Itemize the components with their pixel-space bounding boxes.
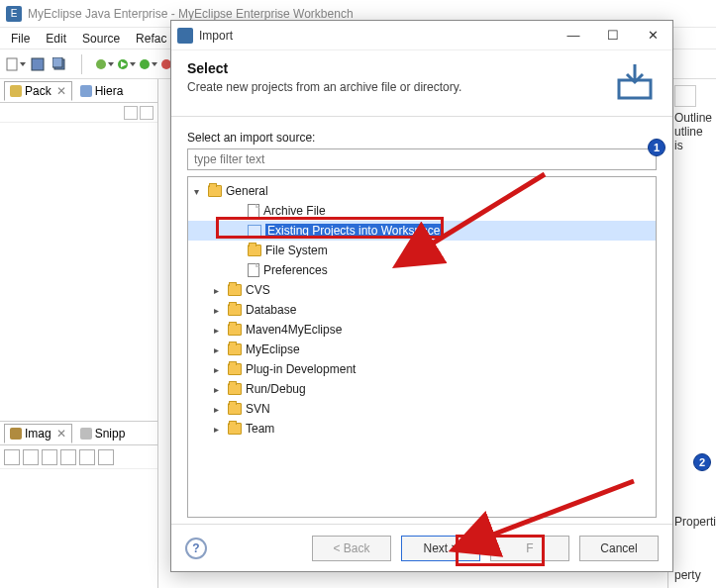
maximize-button[interactable]: ☐ <box>593 22 633 49</box>
folder-icon <box>208 185 222 197</box>
folder-icon <box>228 324 242 336</box>
properties-label: Properti <box>674 515 710 529</box>
tab-snippets[interactable]: Snipp <box>74 424 132 443</box>
folder-icon <box>248 245 261 256</box>
tb-run-icon[interactable] <box>116 54 136 74</box>
home-icon[interactable] <box>4 449 20 465</box>
tree-node-plugin-dev[interactable]: Plug-in Development <box>188 359 656 379</box>
file-icon <box>248 204 259 218</box>
image-icon <box>10 428 22 440</box>
menu-refactor[interactable]: Refac <box>129 30 173 48</box>
snippets-icon <box>80 428 92 440</box>
grid-icon[interactable] <box>98 449 114 465</box>
svg-rect-0 <box>7 58 17 70</box>
tb-new-icon[interactable] <box>6 54 26 74</box>
hierarchy-icon <box>80 85 92 97</box>
back-button: < Back <box>312 536 391 561</box>
tree-node-myeclipse[interactable]: MyEclipse <box>188 340 656 359</box>
tree-node-database[interactable]: Database <box>188 300 656 320</box>
cancel-button[interactable]: Cancel <box>579 536 659 561</box>
dialog-heading: Select <box>187 60 461 76</box>
image-view-tabs: Imag ✕ Snipp <box>0 422 157 445</box>
folder-icon <box>228 343 242 355</box>
tb-debug-icon[interactable] <box>94 54 114 74</box>
image-view-body[interactable] <box>0 469 157 588</box>
menu-edit[interactable]: Edit <box>39 30 73 48</box>
link-editor-icon[interactable] <box>140 106 153 120</box>
outline-label: Outline <box>674 111 710 125</box>
tree-node-cvs[interactable]: CVS <box>188 280 656 300</box>
fit-icon[interactable] <box>79 449 95 465</box>
tree-node-team[interactable]: Team <box>188 419 656 439</box>
image-toolbar <box>0 445 157 469</box>
import-dialog: Import — ☐ ✕ Select Create new projects … <box>170 20 673 572</box>
tree-leaf-preferences[interactable]: Preferences <box>188 260 656 280</box>
tree-node-run-debug[interactable]: Run/Debug <box>188 379 656 399</box>
tab-label: Pack <box>25 84 51 98</box>
close-icon[interactable]: ✕ <box>56 427 66 441</box>
folder-icon <box>228 403 242 415</box>
tab-image[interactable]: Imag ✕ <box>4 424 72 443</box>
highlight-box-tree <box>216 217 444 239</box>
menu-source[interactable]: Source <box>75 30 127 48</box>
tab-package[interactable]: Pack ✕ <box>4 81 72 101</box>
annotation-badge-2: 2 <box>693 453 711 471</box>
type-filter-input[interactable] <box>187 148 657 170</box>
package-icon <box>10 85 22 97</box>
tree-node-general[interactable]: General <box>188 181 656 201</box>
highlight-box-next <box>456 535 545 566</box>
import-banner-icon <box>613 60 657 104</box>
collapse-all-icon[interactable] <box>124 106 138 120</box>
outline-is-label: utline is <box>674 125 710 152</box>
svg-point-7 <box>140 59 150 69</box>
folder-icon <box>228 304 242 316</box>
tab-label: Hiera <box>95 84 124 98</box>
source-label: Select an import source: <box>187 131 657 145</box>
tab-hierarchy[interactable]: Hiera <box>74 81 130 101</box>
tb-saveall-icon[interactable] <box>50 54 69 74</box>
close-button[interactable]: ✕ <box>633 22 672 49</box>
dialog-titlebar[interactable]: Import — ☐ ✕ <box>171 21 672 50</box>
svg-rect-1 <box>32 58 44 70</box>
tab-label: Snipp <box>95 427 126 441</box>
package-explorer-tabs: Pack ✕ Hiera <box>0 79 157 103</box>
dialog-app-icon <box>177 28 193 44</box>
import-source-tree[interactable]: General Archive File Existing Projects i… <box>187 176 657 518</box>
folder-icon <box>228 363 242 375</box>
app-icon: E <box>6 6 22 22</box>
menu-file[interactable]: File <box>4 30 37 48</box>
tree-node-maven[interactable]: Maven4MyEclipse <box>188 320 656 340</box>
folder-icon <box>228 284 242 296</box>
svg-point-4 <box>96 59 106 69</box>
package-explorer-body[interactable] <box>0 123 157 421</box>
tab-label: Imag <box>25 427 51 441</box>
tree-node-svn[interactable]: SVN <box>188 399 656 419</box>
minimize-button[interactable]: — <box>554 22 593 49</box>
perspective-switch-icon[interactable] <box>674 85 696 107</box>
file-icon <box>248 263 259 277</box>
folder-icon <box>228 423 242 435</box>
tb-run2-icon[interactable] <box>138 54 157 74</box>
rect-icon[interactable] <box>23 449 39 465</box>
zoom-out-icon[interactable] <box>42 449 57 465</box>
help-button[interactable]: ? <box>185 538 207 559</box>
dialog-title: Import <box>199 29 233 43</box>
folder-icon <box>228 383 242 395</box>
tb-save-icon[interactable] <box>28 54 48 74</box>
ide-title: MyEclipse Java Enterprise - MyEclipse En… <box>28 7 354 21</box>
tree-leaf-file-system[interactable]: File System <box>188 241 656 260</box>
dialog-subheading: Create new projects from an archive file… <box>187 80 461 94</box>
svg-rect-3 <box>52 57 62 67</box>
zoom-in-icon[interactable] <box>60 449 76 465</box>
property-label: perty <box>674 568 710 582</box>
close-icon[interactable]: ✕ <box>56 84 66 98</box>
annotation-badge-1: 1 <box>648 139 665 156</box>
